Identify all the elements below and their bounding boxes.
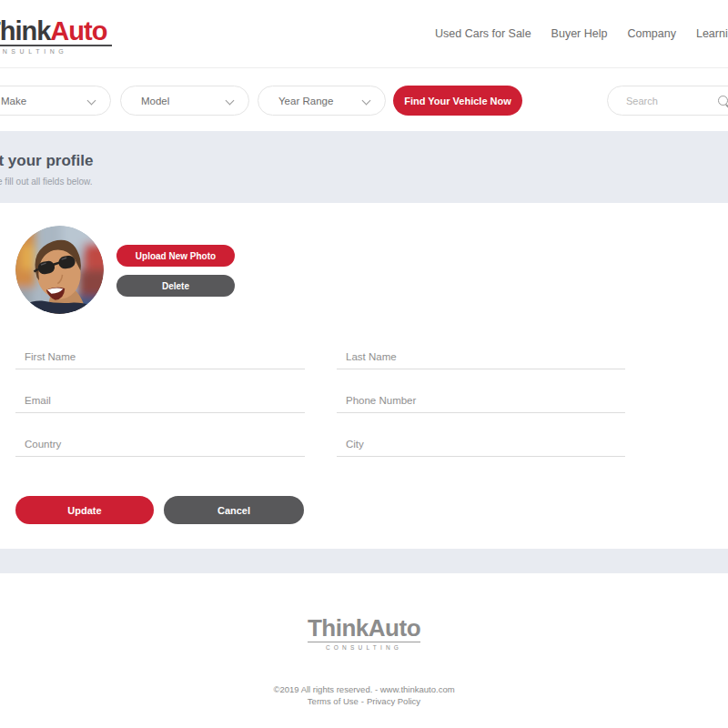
city-field [337, 431, 625, 457]
page-title: Edit your profile [0, 152, 93, 170]
email-field [15, 388, 305, 413]
footer-links-separator: - [361, 696, 364, 706]
make-dropdown[interactable]: Make [0, 86, 111, 116]
cancel-button[interactable]: Cancel [164, 496, 304, 524]
profile-photo [15, 226, 104, 314]
chevron-down-icon [87, 96, 96, 106]
profile-banner: Edit your profile Please fill out all fi… [0, 131, 728, 203]
delete-photo-button[interactable]: Delete [116, 275, 235, 297]
first-name-input[interactable] [15, 344, 305, 369]
brand-logo-text: ThinkAuto [0, 17, 112, 45]
brand-name-primary: Think [0, 16, 50, 46]
vehicle-filter-bar: Make Model Year Range Find Your Vehicle … [0, 68, 728, 131]
brand-logo[interactable]: ThinkAuto CONSULTING [0, 17, 112, 55]
email-input[interactable] [15, 388, 305, 412]
search-box [607, 86, 728, 116]
nav-link-used-cars[interactable]: Used Cars for Sale [435, 27, 531, 40]
nav-link-learning-center[interactable]: Learning Center [696, 27, 728, 40]
update-button[interactable]: Update [15, 496, 154, 524]
footer-brand-primary: Think [308, 614, 369, 642]
make-dropdown-label: Make [1, 96, 26, 106]
footer-links: Terms of Use-Privacy Policy [0, 696, 728, 706]
model-dropdown[interactable]: Model [120, 86, 249, 116]
phone-number-field [337, 388, 625, 413]
profile-photo-image [15, 226, 104, 314]
last-name-field [337, 344, 625, 369]
last-name-input[interactable] [337, 344, 625, 369]
site-header: ThinkAuto CONSULTING Used Cars for Sale … [0, 0, 728, 68]
upload-new-photo-button[interactable]: Upload New Photo [116, 245, 235, 267]
profile-form: Upload New Photo Delete Update Cancel [0, 203, 728, 549]
privacy-policy-link[interactable]: Privacy Policy [367, 696, 420, 706]
page: ThinkAuto CONSULTING Used Cars for Sale … [0, 0, 728, 728]
brand-tagline: CONSULTING [0, 45, 112, 55]
country-field [15, 431, 305, 457]
footer-logo: ThinkAuto CONSULTING [0, 616, 728, 653]
copyright-text: ©2019 All rights reserved. - www.thinkau… [0, 684, 728, 694]
terms-of-use-link[interactable]: Terms of Use [308, 696, 359, 706]
nav-link-buyer-help[interactable]: Buyer Help [551, 27, 608, 40]
search-icon[interactable] [718, 96, 728, 106]
site-footer: ThinkAuto CONSULTING ©2019 All rights re… [0, 573, 728, 728]
chevron-down-icon [362, 96, 371, 106]
main-nav: Used Cars for Sale Buyer Help Company Le… [435, 0, 728, 67]
brand-name-secondary: Auto [50, 16, 106, 46]
first-name-field [15, 344, 305, 369]
country-input[interactable] [15, 431, 305, 456]
phone-number-input[interactable] [337, 388, 625, 412]
footer-logo-text: ThinkAuto [308, 616, 420, 641]
find-vehicle-button[interactable]: Find Your Vehicle Now [393, 86, 522, 116]
year-range-dropdown[interactable]: Year Range [258, 86, 386, 116]
model-dropdown-label: Model [141, 96, 169, 106]
section-divider-strip [0, 549, 728, 573]
city-input[interactable] [337, 431, 625, 456]
year-range-dropdown-label: Year Range [278, 96, 333, 106]
nav-link-company[interactable]: Company [627, 27, 676, 40]
search-input[interactable] [624, 95, 719, 107]
footer-brand-tagline: CONSULTING [308, 642, 420, 651]
page-subtitle: Please fill out all fields below. [0, 177, 93, 187]
footer-brand-secondary: Auto [369, 614, 420, 642]
chevron-down-icon [226, 96, 235, 106]
